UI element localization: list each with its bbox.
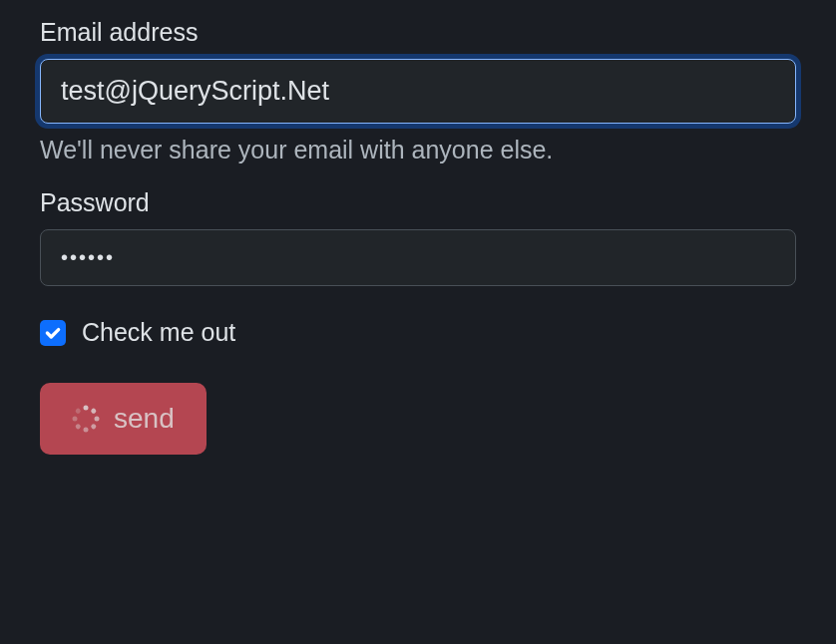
email-field[interactable] <box>40 59 796 124</box>
checkbox-label[interactable]: Check me out <box>82 318 235 347</box>
password-field[interactable] <box>40 229 796 286</box>
email-label: Email address <box>40 18 796 47</box>
password-group: Password <box>40 188 796 286</box>
checkbox-group: Check me out <box>40 318 796 347</box>
email-group: Email address We'll never share your ema… <box>40 18 796 164</box>
send-button[interactable]: send <box>40 383 207 455</box>
password-label: Password <box>40 188 796 217</box>
email-help-text: We'll never share your email with anyone… <box>40 136 796 164</box>
form: Email address We'll never share your ema… <box>40 18 796 455</box>
check-me-out-checkbox[interactable] <box>40 320 66 346</box>
spinner-icon <box>72 405 100 433</box>
send-button-label: send <box>114 403 175 435</box>
check-icon <box>44 324 62 342</box>
